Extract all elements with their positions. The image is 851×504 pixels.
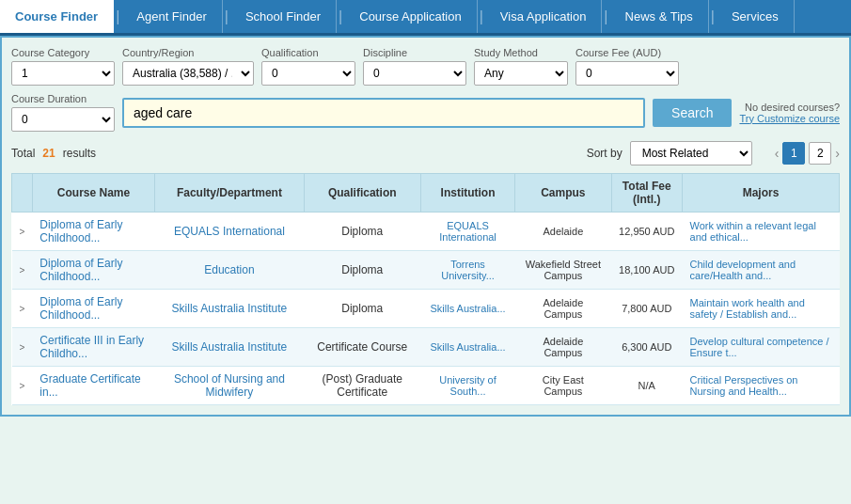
nav-item-course-application[interactable]: Course Application <box>344 0 477 33</box>
next-page-button[interactable]: › <box>835 146 840 161</box>
institution-cell[interactable]: Skills Australia... <box>420 328 514 367</box>
expand-icon[interactable]: > <box>20 381 25 391</box>
qualification-cell: Diploma <box>304 251 420 290</box>
table-header-row: Course Name Faculty/Department Qualifica… <box>12 174 840 213</box>
expand-icon[interactable]: > <box>20 304 25 314</box>
nav-item-agent-finder[interactable]: Agent Finder <box>121 0 222 33</box>
course-duration-group: Course Duration 0 <box>11 93 115 132</box>
qualification-cell: Certificate Course <box>304 328 420 367</box>
page-2-button[interactable]: 2 <box>809 142 831 165</box>
fee-cell: 18,100 AUD <box>611 251 683 290</box>
discipline-label: Discipline <box>363 47 466 58</box>
course-category-label: Course Category <box>11 47 115 58</box>
nav-divider-1: | <box>114 8 121 25</box>
campus-cell: Adelaide Campus <box>515 290 611 328</box>
course-duration-label: Course Duration <box>11 93 115 104</box>
row-chevron[interactable]: > <box>12 251 33 290</box>
institution-cell[interactable]: University of South... <box>420 367 514 405</box>
row-chevron[interactable]: > <box>12 213 33 251</box>
institution-cell[interactable]: Torrens University... <box>420 251 514 290</box>
no-desired-text: No desired courses? <box>739 102 840 113</box>
table-row: > Diploma of Early Childhood... EQUALS I… <box>12 213 840 251</box>
nav-item-news-tips[interactable]: News & Tips <box>610 0 709 33</box>
course-fee-label: Course Fee (AUD) <box>575 47 679 58</box>
discipline-group: Discipline 0 <box>363 47 466 86</box>
table-row: > Diploma of Early Childhood... Skills A… <box>12 290 840 328</box>
sort-select[interactable]: Most Related Course Name Total Fee <box>630 141 752 165</box>
results-table: Course Name Faculty/Department Qualifica… <box>11 173 840 405</box>
campus-cell: Wakefield Street Campus <box>515 251 611 290</box>
faculty-cell[interactable]: Skills Australia Institute <box>155 328 305 367</box>
campus-cell: Adelaide Campus <box>515 328 611 367</box>
study-method-label: Study Method <box>474 47 568 58</box>
faculty-cell[interactable]: EQUALS International <box>155 213 305 251</box>
search-button[interactable]: Search <box>653 99 732 127</box>
course-name-cell[interactable]: Certificate III in Early Childho... <box>32 328 154 367</box>
nav-item-visa-application[interactable]: Visa Application <box>485 0 603 33</box>
faculty-cell[interactable]: Education <box>155 251 305 290</box>
faculty-cell[interactable]: School of Nursing and Midwifery <box>155 367 305 405</box>
row-chevron[interactable]: > <box>12 367 33 405</box>
expand-icon[interactable]: > <box>20 227 25 237</box>
nav-bar: Course Finder | Agent Finder | School Fi… <box>0 0 851 36</box>
course-category-select[interactable]: 1 <box>11 61 115 86</box>
col-fee: Total Fee (Intl.) <box>611 174 683 213</box>
discipline-select[interactable]: 0 <box>363 61 466 86</box>
nav-item-services[interactable]: Services <box>717 0 795 33</box>
nav-divider-2: | <box>223 8 230 25</box>
majors-cell[interactable]: Maintain work health and safety / Establ… <box>683 290 840 328</box>
course-category-group: Course Category 1 <box>11 47 115 86</box>
campus-cell: City East Campus <box>515 367 611 405</box>
col-course-name: Course Name <box>32 174 154 213</box>
pagination: ‹ 1 2 › <box>775 142 840 165</box>
row-chevron[interactable]: > <box>12 290 33 328</box>
expand-icon[interactable]: > <box>20 342 25 353</box>
qualification-group: Qualification 0 <box>261 47 355 86</box>
institution-cell[interactable]: EQUALS International <box>420 213 514 251</box>
fee-cell: 6,300 AUD <box>611 328 683 367</box>
country-region-label: Country/Region <box>122 47 254 58</box>
institution-cell[interactable]: Skills Australia... <box>420 290 514 328</box>
table-row: > Graduate Certificate in... School of N… <box>12 367 840 405</box>
qualification-cell: (Post) Graduate Certificate <box>304 367 420 405</box>
customize-link[interactable]: Try Customize course <box>739 113 840 124</box>
nav-divider-4: | <box>478 8 485 25</box>
majors-cell[interactable]: Critical Perspectives on Nursing and Hea… <box>683 367 840 405</box>
nav-divider-6: | <box>709 8 717 25</box>
table-row: > Certificate III in Early Childho... Sk… <box>12 328 840 367</box>
qualification-cell: Diploma <box>304 290 420 328</box>
main-container: Course Category 1 Country/Region Austral… <box>0 36 851 417</box>
row-chevron[interactable]: > <box>12 328 33 367</box>
study-method-select[interactable]: Any <box>474 61 568 86</box>
total-label: Total <box>11 147 35 160</box>
table-row: > Diploma of Early Childhood... Educatio… <box>12 251 840 290</box>
col-institution: Institution <box>420 174 514 213</box>
country-region-select[interactable]: Australia (38,588) / ... <box>122 61 254 86</box>
course-fee-select[interactable]: 0 <box>575 61 679 86</box>
total-count: 21 <box>42 147 55 160</box>
nav-item-course-finder[interactable]: Course Finder <box>0 0 114 33</box>
course-name-cell[interactable]: Graduate Certificate in... <box>32 367 154 405</box>
search-row: Course Duration 0 Search No desired cour… <box>11 93 840 132</box>
col-chevron <box>12 174 33 213</box>
qualification-select[interactable]: 0 <box>261 61 355 86</box>
expand-icon[interactable]: > <box>20 265 25 276</box>
faculty-cell[interactable]: Skills Australia Institute <box>155 290 305 328</box>
majors-cell[interactable]: Child development and care/Health and... <box>683 251 840 290</box>
nav-divider-5: | <box>602 8 609 25</box>
course-duration-select[interactable]: 0 <box>11 107 115 132</box>
nav-item-school-finder[interactable]: School Finder <box>230 0 337 33</box>
prev-page-button[interactable]: ‹ <box>775 146 780 161</box>
fee-cell: 12,950 AUD <box>611 213 683 251</box>
qualification-cell: Diploma <box>304 213 420 251</box>
col-majors: Majors <box>683 174 840 213</box>
majors-cell[interactable]: Develop cultural competence / Ensure t..… <box>683 328 840 367</box>
course-name-cell[interactable]: Diploma of Early Childhood... <box>32 213 154 251</box>
search-input[interactable] <box>122 98 645 128</box>
course-name-cell[interactable]: Diploma of Early Childhood... <box>32 251 154 290</box>
page-1-button[interactable]: 1 <box>782 142 805 165</box>
course-name-cell[interactable]: Diploma of Early Childhood... <box>32 290 154 328</box>
qualification-label: Qualification <box>261 47 355 58</box>
majors-cell[interactable]: Work within a relevant legal and ethical… <box>683 213 840 251</box>
customize-area: No desired courses? Try Customize course <box>739 102 840 124</box>
